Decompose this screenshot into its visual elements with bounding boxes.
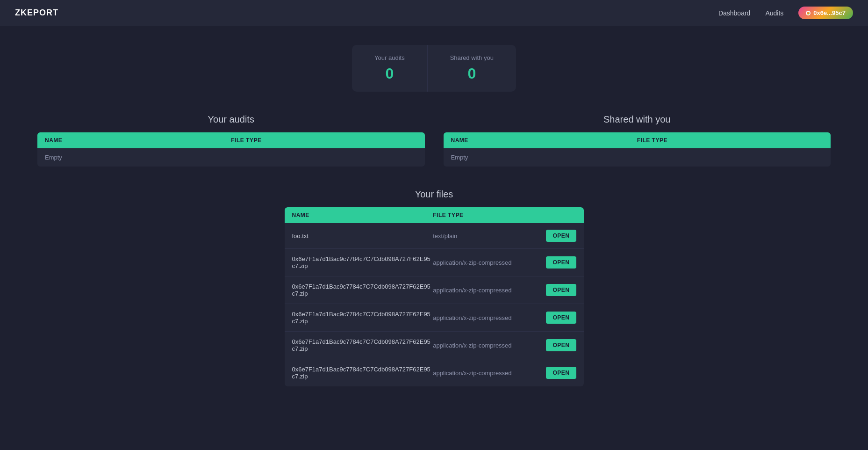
shared-with-you-stat-value: 0 [450, 65, 494, 82]
file-type: application/x-zip-compressed [433, 342, 538, 349]
your-audits-panel: Your audits NAME FILE TYPE Empty [37, 114, 425, 167]
file-type: application/x-zip-compressed [433, 314, 538, 321]
stats-card: Your audits 0 Shared with you 0 [352, 45, 516, 92]
stat-shared-with-you: Shared with you 0 [428, 45, 516, 92]
shared-empty-row: Empty [444, 148, 831, 167]
your-files-section: Your files NAME FILE TYPE foo.txt text/p… [285, 189, 584, 386]
stats-container: Your audits 0 Shared with you 0 [37, 45, 831, 92]
open-button[interactable]: OPEN [546, 367, 576, 379]
file-name: 0x6e7F1a7d1Bac9c7784c7C7Cdb098A727F62E95… [292, 311, 433, 325]
shared-with-you-stat-label: Shared with you [450, 54, 494, 61]
file-row: 0x6e7F1a7d1Bac9c7784c7C7Cdb098A727F62E95… [285, 249, 584, 276]
wallet-button[interactable]: 0x6e...95c7 [798, 7, 853, 19]
open-button[interactable]: OPEN [546, 256, 576, 269]
your-audits-header: NAME FILE TYPE [37, 132, 425, 148]
your-audits-table: NAME FILE TYPE Empty [37, 132, 425, 167]
audits-section: Your audits NAME FILE TYPE Empty Shared … [37, 114, 831, 167]
your-files-title: Your files [285, 189, 584, 200]
file-name: 0x6e7F1a7d1Bac9c7784c7C7Cdb098A727F62E95… [292, 255, 433, 269]
file-type: text/plain [433, 232, 538, 240]
your-audits-empty-row: Empty [37, 148, 425, 167]
files-col-action [539, 212, 576, 218]
file-type: application/x-zip-compressed [433, 287, 538, 294]
file-row: 0x6e7F1a7d1Bac9c7784c7C7Cdb098A727F62E95… [285, 359, 584, 386]
shared-col-name: NAME [451, 137, 637, 144]
your-audits-stat-value: 0 [374, 65, 405, 82]
file-row: 0x6e7F1a7d1Bac9c7784c7C7Cdb098A727F62E95… [285, 332, 584, 359]
file-action: OPEN [539, 230, 576, 242]
shared-with-you-title: Shared with you [444, 114, 831, 125]
brand-logo: ZKEPORT [15, 8, 58, 18]
file-action: OPEN [539, 256, 576, 269]
files-table-body: foo.txt text/plain OPEN 0x6e7F1a7d1Bac9c… [285, 223, 584, 386]
nav-dashboard[interactable]: Dashboard [718, 9, 751, 17]
your-files-table: NAME FILE TYPE foo.txt text/plain OPEN 0… [285, 207, 584, 386]
file-name: foo.txt [292, 232, 433, 240]
file-action: OPEN [539, 312, 576, 324]
file-type: application/x-zip-compressed [433, 259, 538, 266]
file-name: 0x6e7F1a7d1Bac9c7784c7C7Cdb098A727F62E95… [292, 338, 433, 352]
file-name: 0x6e7F1a7d1Bac9c7784c7C7Cdb098A727F62E95… [292, 366, 433, 380]
shared-with-you-header: NAME FILE TYPE [444, 132, 831, 148]
your-audits-col-type: FILE TYPE [231, 137, 417, 144]
file-type: application/x-zip-compressed [433, 370, 538, 377]
file-action: OPEN [539, 284, 576, 296]
file-name: 0x6e7F1a7d1Bac9c7784c7C7Cdb098A727F62E95… [292, 283, 433, 297]
open-button[interactable]: OPEN [546, 230, 576, 242]
file-action: OPEN [539, 339, 576, 351]
shared-empty-label: Empty [451, 154, 824, 161]
shared-with-you-panel: Shared with you NAME FILE TYPE Empty [444, 114, 831, 167]
shared-with-you-table: NAME FILE TYPE Empty [444, 132, 831, 167]
file-row: foo.txt text/plain OPEN [285, 223, 584, 249]
navbar-right: Dashboard Audits 0x6e...95c7 [718, 7, 853, 19]
file-row: 0x6e7F1a7d1Bac9c7784c7C7Cdb098A727F62E95… [285, 276, 584, 304]
navbar: ZKEPORT Dashboard Audits 0x6e...95c7 [0, 0, 868, 26]
your-audits-stat-label: Your audits [374, 54, 405, 61]
files-col-name: NAME [292, 212, 433, 218]
shared-col-type: FILE TYPE [637, 137, 823, 144]
files-table-header: NAME FILE TYPE [285, 207, 584, 223]
your-audits-col-name: NAME [45, 137, 231, 144]
main-content: Your audits 0 Shared with you 0 Your aud… [0, 26, 868, 405]
open-button[interactable]: OPEN [546, 312, 576, 324]
your-audits-title: Your audits [37, 114, 425, 125]
wallet-address: 0x6e...95c7 [813, 9, 846, 16]
your-audits-body: Empty [37, 148, 425, 167]
files-col-type: FILE TYPE [433, 212, 538, 218]
file-row: 0x6e7F1a7d1Bac9c7784c7C7Cdb098A727F62E95… [285, 304, 584, 332]
open-button[interactable]: OPEN [546, 339, 576, 351]
your-audits-empty-label: Empty [45, 154, 417, 161]
stat-your-audits: Your audits 0 [352, 45, 428, 92]
shared-with-you-body: Empty [444, 148, 831, 167]
file-action: OPEN [539, 367, 576, 379]
wallet-icon [806, 11, 811, 15]
nav-audits[interactable]: Audits [765, 9, 783, 17]
open-button[interactable]: OPEN [546, 284, 576, 296]
